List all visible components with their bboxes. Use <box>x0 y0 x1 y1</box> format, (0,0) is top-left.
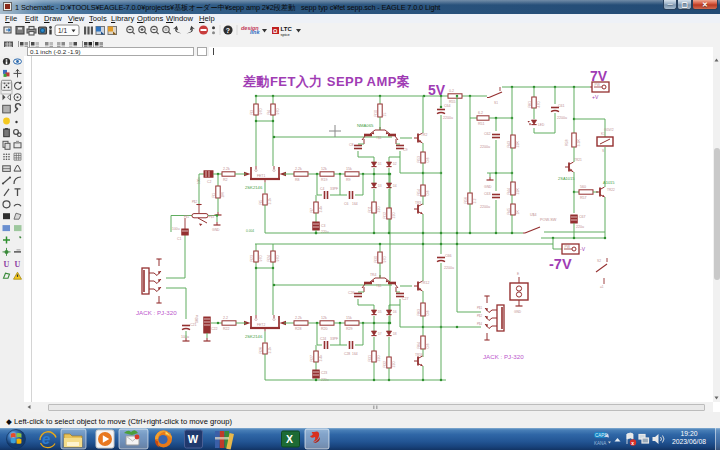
svg-text:C63: C63 <box>484 192 491 196</box>
svg-text:S: S <box>602 149 604 153</box>
svg-text:W: W <box>188 433 199 445</box>
svg-text:7V: 7V <box>590 68 608 84</box>
svg-text:R12: R12 <box>383 212 387 219</box>
svg-text:C24: C24 <box>320 337 326 341</box>
svg-text:T$1: T$1 <box>376 284 382 288</box>
svg-text:C66: C66 <box>445 254 452 258</box>
svg-text:POW-SW: POW-SW <box>540 218 557 222</box>
svg-text:0.6: 0.6 <box>426 311 430 316</box>
svg-text:P$1: P$1 <box>477 306 482 310</box>
svg-text:C23: C23 <box>321 371 327 375</box>
svg-text:U$4: U$4 <box>530 213 537 217</box>
svg-text:C64: C64 <box>444 104 451 108</box>
svg-text:TR16: TR16 <box>415 353 423 357</box>
svg-text:TR4: TR4 <box>370 273 377 277</box>
svg-text:220: 220 <box>377 356 381 362</box>
svg-text:2200u: 2200u <box>480 145 490 149</box>
svg-text:2200u: 2200u <box>557 116 567 120</box>
svg-text:C9: C9 <box>403 148 408 152</box>
svg-text:C6: C6 <box>344 202 348 206</box>
svg-text:R63: R63 <box>417 309 421 316</box>
svg-text:TR2: TR2 <box>421 133 428 137</box>
svg-text:22K: 22K <box>516 188 520 195</box>
svg-text:15k: 15k <box>346 316 352 320</box>
svg-text:R4: R4 <box>267 110 271 115</box>
svg-text:R61: R61 <box>528 101 532 108</box>
svg-text:R1: R1 <box>212 193 216 198</box>
svg-text:P$2: P$2 <box>192 200 197 204</box>
svg-text:C8: C8 <box>349 143 354 147</box>
svg-text:R29: R29 <box>346 327 353 331</box>
svg-text:R8: R8 <box>295 178 300 182</box>
svg-text:164: 164 <box>352 352 358 356</box>
svg-text:P$3: P$3 <box>209 215 214 219</box>
svg-text:R57: R57 <box>580 196 587 200</box>
svg-text:15k: 15k <box>346 167 352 171</box>
svg-text:x: x <box>631 440 634 446</box>
svg-text:22K: 22K <box>516 141 520 148</box>
svg-text:LED: LED <box>538 123 545 127</box>
svg-text:12k: 12k <box>321 316 327 320</box>
svg-text:12k: 12k <box>321 167 327 171</box>
svg-text:R27: R27 <box>310 355 314 362</box>
svg-text:TR22: TR22 <box>607 188 615 192</box>
svg-text:220: 220 <box>377 207 381 213</box>
svg-text:D7: D7 <box>378 332 382 336</box>
svg-text:R56: R56 <box>464 197 468 204</box>
svg-text:C22: C22 <box>211 327 218 331</box>
svg-text:C67: C67 <box>579 215 586 219</box>
svg-text:560: 560 <box>580 185 586 189</box>
svg-text:PW: PW <box>595 83 601 87</box>
svg-text:FET1: FET1 <box>257 174 265 178</box>
svg-text:970: 970 <box>259 256 263 262</box>
svg-text:2200u: 2200u <box>443 116 453 120</box>
svg-text:2.2: 2.2 <box>223 316 228 320</box>
svg-text:470: 470 <box>537 102 541 108</box>
svg-text:970: 970 <box>276 109 280 115</box>
svg-text:2.2k: 2.2k <box>268 198 272 205</box>
svg-text:KANA: KANA <box>594 441 606 446</box>
svg-text:2.2k: 2.2k <box>223 167 230 171</box>
svg-text:S2: S2 <box>597 259 601 263</box>
svg-text:C26: C26 <box>348 291 355 295</box>
svg-text:R7: R7 <box>310 208 314 213</box>
svg-text:D4: D4 <box>393 184 397 188</box>
svg-text:D6: D6 <box>393 310 397 314</box>
svg-text:R9: R9 <box>346 178 351 182</box>
svg-text:15: 15 <box>383 113 387 117</box>
svg-text:TR12: TR12 <box>421 281 429 285</box>
svg-text:220u: 220u <box>576 225 584 229</box>
svg-text:R19: R19 <box>321 178 328 182</box>
svg-text:R32: R32 <box>383 361 387 368</box>
svg-text:C62: C62 <box>484 132 491 136</box>
svg-text:2.4k: 2.4k <box>319 206 323 213</box>
svg-text:G5V/2: G5V/2 <box>604 128 614 132</box>
svg-text:R45: R45 <box>507 208 511 215</box>
svg-text:R54: R54 <box>417 189 421 196</box>
svg-text:970: 970 <box>276 256 280 262</box>
svg-text:D5: D5 <box>378 310 382 314</box>
svg-text:NMA065: NMA065 <box>357 123 374 128</box>
svg-text:R26: R26 <box>259 347 263 354</box>
svg-text:33PF: 33PF <box>330 337 338 341</box>
svg-text:C28: C28 <box>344 352 350 356</box>
svg-text:2M: 2M <box>221 193 225 198</box>
svg-text:R22: R22 <box>223 327 230 331</box>
svg-text:+V: +V <box>592 94 599 100</box>
svg-text:PW: PW <box>565 245 571 249</box>
svg-text:R43: R43 <box>507 141 511 148</box>
svg-text:1K: 1K <box>516 210 520 215</box>
svg-text:R51: R51 <box>478 122 485 126</box>
svg-text:C2: C2 <box>207 180 211 184</box>
svg-text:TR21: TR21 <box>574 158 582 162</box>
svg-text:R24: R24 <box>267 255 271 262</box>
svg-text:GND: GND <box>484 185 492 189</box>
svg-text:100u: 100u <box>195 315 199 323</box>
svg-text:R58: R58 <box>565 139 569 146</box>
svg-text:差動FET入力 SEPP AMP案: 差動FET入力 SEPP AMP案 <box>242 74 410 89</box>
svg-text:100u: 100u <box>172 227 180 231</box>
svg-text:D1: D1 <box>378 162 382 166</box>
svg-text:R30: R30 <box>374 256 378 263</box>
svg-text:2SA1015: 2SA1015 <box>558 176 575 181</box>
svg-text:GND: GND <box>514 310 522 314</box>
